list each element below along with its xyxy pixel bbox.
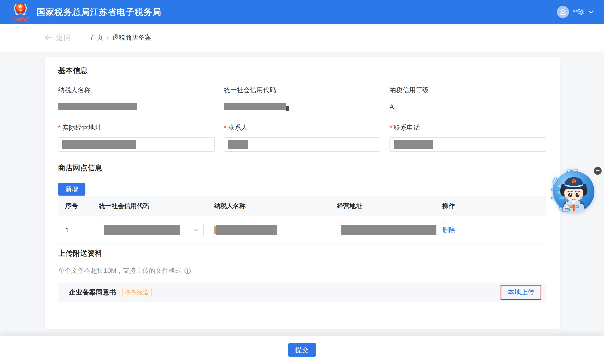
back-button[interactable]: 返回 [45,33,71,43]
upload-hint: 单个文件不超过10M，支持上传的文件格式 [58,266,546,275]
avatar[interactable] [557,6,569,18]
tax-bureau-logo: 中国税务 [10,2,31,22]
breadcrumb-bar: 返回 首页 › 退税商店备案 [0,24,604,51]
row-taxpayer-name-partial-char [214,226,216,234]
contact-phone-redacted-value [394,140,433,149]
credit-rating-label: 纳税信用等级 [390,86,546,95]
basic-info-row2: *实际经营地址 *联系人 *联系电话 [58,123,546,152]
footer-bar: 提交 [0,336,604,364]
user-menu[interactable]: **珍 [557,6,594,18]
shop-table-header: 序号 统一社会信用代码 纳税人名称 经营地址 操作 [58,196,546,216]
back-label: 返回 [56,33,71,43]
section-title-upload: 上传附送资料 [58,248,546,258]
table-row: 1 删除 [58,216,546,244]
contact-person-label: 联系人 [228,124,248,131]
breadcrumb-separator: › [106,34,109,41]
field-contact-person: *联系人 [224,123,381,152]
breadcrumb-home-link[interactable]: 首页 [90,33,103,42]
tax-officer-mascot-icon [553,171,594,212]
upload-hint-text: 单个文件不超过10M，支持上传的文件格式 [58,266,181,275]
row-address-input[interactable] [337,223,444,237]
chevron-down-icon[interactable] [588,10,594,14]
required-mark: * [390,124,392,131]
main-form-card: 基本信息 纳税人名称 统一社会信用代码 纳税信用等级 A *实际经营 [45,57,560,329]
contact-phone-label: 联系电话 [394,124,420,131]
business-address-label: 实际经营地址 [62,124,101,131]
local-upload-button[interactable]: 本地上传 [501,285,541,300]
credit-rating-value: A [390,102,546,111]
minus-icon [596,170,600,171]
business-address-redacted-value [62,140,136,149]
interaction-assistant-widget[interactable]: 征 纳 互 动 [549,163,604,217]
row-taxpayer-name-redacted-value [216,225,277,235]
attachment-name: 企业备案同意书 [69,288,116,297]
field-contact-phone: *联系电话 [390,123,546,152]
business-address-input[interactable] [58,137,215,152]
col-header-actions: 操作 [442,202,546,210]
field-credit-rating: 纳税信用等级 A [390,86,546,111]
select-chevron-down-icon [193,228,199,232]
required-mark: * [58,124,61,131]
row-address-redacted-value [341,225,436,235]
taxpayer-name-redacted-value [58,103,137,110]
national-tax-emblem-icon [13,2,28,16]
tax-officer-mascot[interactable] [553,171,594,212]
user-icon [559,8,566,16]
basic-info-row1: 纳税人名称 统一社会信用代码 纳税信用等级 A [58,86,546,111]
breadcrumb-current: 退税商店备案 [112,33,151,42]
credit-code-label: 统一社会信用代码 [224,86,381,95]
row-credit-code-redacted-value [104,225,180,235]
add-row-button[interactable]: 新增 [58,183,85,196]
contact-person-input[interactable] [224,137,381,152]
section-title-basic-info: 基本信息 [58,66,546,76]
user-name[interactable]: **珍 [573,8,584,16]
app-header: 中国税务 国家税务总局江苏省电子税务局 **珍 [0,0,604,24]
row-credit-code-select[interactable] [99,223,204,237]
col-header-index: 序号 [65,202,99,210]
row-index: 1 [65,226,99,234]
attachment-condition-badge: 条件报送 [122,288,152,297]
back-arrow-icon [45,35,53,41]
field-taxpayer-name: 纳税人名称 [58,86,215,111]
info-icon[interactable] [184,267,191,274]
attachment-row: 企业备案同意书 条件报送 本地上传 [58,283,546,302]
page-title: 国家税务总局江苏省电子税务局 [37,6,161,18]
section-title-shop-info: 商店网点信息 [58,163,546,173]
col-header-credit-code: 统一社会信用代码 [99,202,214,210]
delete-row-link[interactable]: 删除 [442,226,455,234]
taxpayer-name-label: 纳税人名称 [58,86,215,95]
logo-caption: 中国税务 [12,16,29,22]
contact-phone-input[interactable] [390,137,546,152]
field-business-address: *实际经营地址 [58,123,215,152]
credit-code-partial-char [286,106,289,111]
required-mark: * [224,124,226,131]
page: 中国税务 国家税务总局江苏省电子税务局 **珍 返回 首页 › 退税商店备 [0,0,604,364]
credit-code-redacted-value [224,103,286,110]
col-header-address: 经营地址 [337,202,442,210]
col-header-taxpayer-name: 纳税人名称 [214,202,337,210]
assistant-minimize-button[interactable] [594,167,602,175]
contact-person-redacted-value [228,140,248,149]
field-credit-code: 统一社会信用代码 [224,86,381,111]
submit-button[interactable]: 提交 [288,343,316,357]
